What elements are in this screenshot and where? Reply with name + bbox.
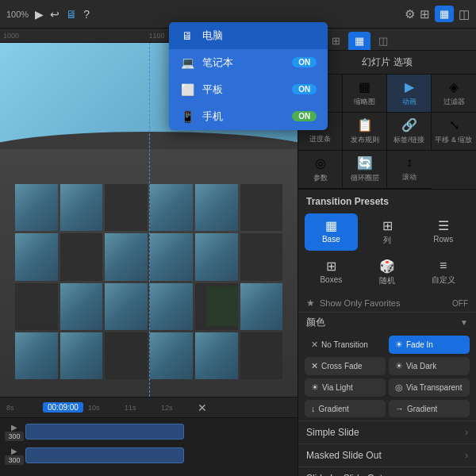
settings-icon[interactable]: ⚙ bbox=[405, 7, 415, 21]
transition-btn-gradient-down[interactable]: ↓ Gradient bbox=[305, 400, 386, 417]
dropdown-item-tablet[interactable]: ⬜ 平板 ON bbox=[169, 76, 328, 103]
grid-icon[interactable]: ⊞ bbox=[420, 7, 430, 21]
preset-tab-columns[interactable]: ⊞ 列 bbox=[361, 213, 414, 251]
color-dropdown-arrow[interactable]: ▼ bbox=[460, 318, 468, 327]
no-transition-icon: ✕ bbox=[311, 340, 318, 350]
icon-cell-scroll[interactable]: ↕ 滚动 bbox=[387, 151, 432, 189]
gradient-down-label: Gradient bbox=[319, 405, 349, 413]
time-mark-8s: 8s bbox=[6, 404, 38, 412]
no-transition-label: No Transition bbox=[321, 340, 368, 349]
help-icon[interactable]: ? bbox=[83, 8, 90, 21]
favorites-toggle[interactable]: OFF bbox=[452, 299, 468, 308]
transition-grid: ✕ No Transition ☀ Fade In ✕ Cross Fade ☀… bbox=[298, 332, 476, 420]
window-cell bbox=[150, 233, 193, 280]
transition-btn-via-light[interactable]: ☀ Via Light bbox=[305, 378, 386, 397]
preset-tab-base[interactable]: ▦ Base bbox=[305, 213, 358, 251]
dropdown-item-laptop[interactable]: 💻 笔记本 ON bbox=[169, 49, 328, 76]
window-cell bbox=[150, 332, 193, 379]
transition-presets-title: Transition Presets bbox=[298, 190, 476, 210]
transition-btn-no-transition[interactable]: ✕ No Transition bbox=[305, 336, 386, 354]
rows-tab-icon: ☰ bbox=[438, 218, 449, 233]
preset-tabs-row2: ⊞ Boxes 🎲 随机 ≡ 自定义 bbox=[298, 254, 476, 294]
phone-toggle[interactable]: ON bbox=[292, 111, 317, 121]
window-cell bbox=[15, 184, 58, 231]
transition-btn-cross-fade[interactable]: ✕ Cross Fade bbox=[305, 357, 386, 375]
fade-in-icon: ☀ bbox=[395, 340, 403, 350]
masked-slide-out-arrow: › bbox=[465, 450, 468, 461]
phone-icon: 📱 bbox=[180, 110, 194, 123]
thumbnail-icon: ▦ bbox=[359, 79, 370, 94]
window-cell bbox=[240, 184, 283, 231]
window-cell bbox=[240, 283, 283, 330]
transition-btn-fade-in[interactable]: ☀ Fade In bbox=[389, 336, 470, 354]
filter-icon: ◈ bbox=[449, 79, 459, 94]
dropdown-item-desktop[interactable]: 🖥 电脑 bbox=[169, 22, 328, 49]
random-tab-icon: 🎲 bbox=[379, 259, 395, 274]
icon-cell-filter[interactable]: ◈ 过滤器 bbox=[432, 75, 476, 113]
icon-cell-thumbnail[interactable]: ▦ 缩略图 bbox=[343, 75, 387, 113]
via-transparent-icon: ◎ bbox=[395, 382, 403, 393]
slideshow-tab-icon[interactable]: ▦ bbox=[435, 6, 454, 22]
rows-tab-label: Rows bbox=[433, 235, 453, 244]
preset-tab-custom[interactable]: ≡ 自定义 bbox=[416, 254, 470, 291]
gradient-right-label: Gradient bbox=[407, 405, 437, 413]
scroll-icon: ↕ bbox=[406, 155, 413, 170]
icon-cell-loop[interactable]: 🔄 循环圈层 bbox=[343, 151, 387, 189]
track-bar-2[interactable] bbox=[25, 447, 184, 463]
section-item-slide-in-out[interactable]: Slide In, Slide Out › bbox=[298, 466, 476, 476]
preset-tab-random[interactable]: 🎲 随机 bbox=[361, 254, 414, 291]
desktop-label: 电脑 bbox=[202, 29, 317, 43]
window-cell bbox=[240, 233, 283, 280]
section-item-simple-slide[interactable]: Simple Slide › bbox=[298, 420, 476, 443]
thumbnail-label: 缩略图 bbox=[354, 97, 375, 107]
favorites-row: ★ Show Only Favorites OFF bbox=[298, 294, 476, 312]
tab-grid[interactable]: ⊞ bbox=[325, 32, 347, 50]
window-cell bbox=[105, 233, 148, 280]
publish-icon: 📋 bbox=[357, 117, 373, 132]
tab-layers[interactable]: ◫ bbox=[372, 32, 394, 50]
cursor-tool-icon[interactable]: ▶ bbox=[35, 8, 44, 21]
monitor-icon[interactable]: 🖥 🖥 电脑 💻 笔记本 ON ⬜ 平板 ON 📱 bbox=[66, 8, 77, 21]
icon-cell-publish[interactable]: 📋 发布规则 bbox=[343, 113, 387, 151]
tablet-toggle[interactable]: ON bbox=[292, 84, 317, 94]
timeline-close-button[interactable]: ✕ bbox=[198, 401, 207, 414]
track-bar-1[interactable] bbox=[25, 424, 184, 440]
time-mark-12s: 12s bbox=[161, 404, 193, 412]
undo-icon[interactable]: ↩ bbox=[50, 8, 60, 21]
transition-btn-gradient-right[interactable]: → Gradient bbox=[389, 400, 470, 417]
base-tab-label: Base bbox=[322, 235, 340, 244]
slide-in-out-label: Slide In, Slide Out bbox=[306, 473, 382, 476]
transition-btn-via-dark[interactable]: ☀ Via Dark bbox=[389, 357, 470, 375]
gradient-down-icon: ↓ bbox=[311, 404, 316, 413]
dashed-guide-line bbox=[149, 43, 150, 397]
preset-tab-rows[interactable]: ☰ Rows bbox=[416, 213, 470, 251]
icon-cell-pan-zoom[interactable]: ⤡ 平移 & 缩放 bbox=[432, 113, 476, 151]
laptop-toggle[interactable]: ON bbox=[292, 57, 317, 67]
via-transparent-label: Via Transparent bbox=[406, 383, 462, 392]
columns-tab-label: 列 bbox=[383, 235, 391, 246]
window-cell bbox=[15, 332, 58, 379]
section-item-masked-slide-out[interactable]: Masked Slide Out › bbox=[298, 443, 476, 466]
cross-fade-label: Cross Fade bbox=[321, 362, 363, 370]
icon-cell-tags[interactable]: 🔗 标签/链接 bbox=[387, 113, 432, 151]
custom-tab-label: 自定义 bbox=[432, 274, 455, 286]
preset-tab-boxes[interactable]: ⊞ Boxes bbox=[305, 254, 358, 291]
window-cell bbox=[105, 283, 148, 330]
transition-btn-via-transparent[interactable]: ◎ Via Transparent bbox=[389, 378, 470, 397]
phone-label: 手机 bbox=[202, 109, 284, 124]
fade-in-label: Fade In bbox=[406, 340, 433, 349]
tab-slideshow[interactable]: ▦ bbox=[348, 32, 370, 50]
random-tab-label: 随机 bbox=[379, 275, 395, 286]
track-row-2: ▶ 300 bbox=[6, 445, 291, 466]
pan-zoom-label: 平移 & 缩放 bbox=[435, 135, 472, 145]
custom-tab-icon: ≡ bbox=[440, 259, 447, 273]
icon-cell-params[interactable]: ◎ 参数 bbox=[298, 151, 343, 189]
track-num-1: 300 bbox=[5, 432, 23, 441]
top-toolbar: 100% ▶ ↩ 🖥 🖥 电脑 💻 笔记本 ON ⬜ 平板 ON bbox=[0, 0, 476, 29]
dropdown-item-phone[interactable]: 📱 手机 ON bbox=[169, 103, 328, 130]
icon-cell-animation[interactable]: ▶ 动画 bbox=[387, 75, 432, 113]
scroll-label: 滚动 bbox=[402, 172, 416, 182]
params-label: 参数 bbox=[313, 173, 328, 183]
layers-icon[interactable]: ◫ bbox=[459, 7, 470, 21]
slide-in-out-arrow: › bbox=[465, 473, 468, 476]
